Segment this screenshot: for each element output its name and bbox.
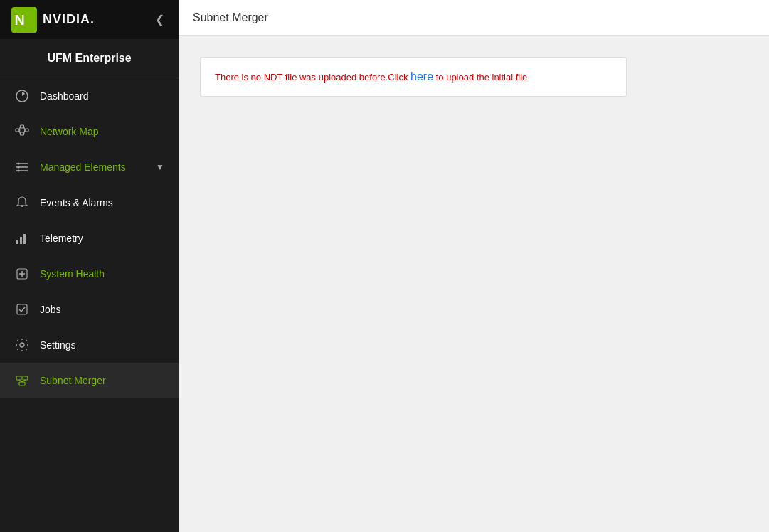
sidebar-item-network-map[interactable]: Network Map (0, 114, 179, 149)
svg-rect-20 (20, 237, 22, 244)
svg-point-26 (20, 343, 24, 347)
nvidia-logo-text: NVIDIA. (43, 12, 95, 27)
upload-link[interactable]: here (410, 70, 433, 83)
sidebar-item-subnet-merger-label: Subnet Merger (40, 375, 164, 386)
topbar: Subnet Merger (179, 0, 769, 36)
dashboard-icon (14, 88, 30, 104)
svg-rect-21 (23, 234, 26, 244)
info-message-suffix: to upload the initial file (433, 72, 527, 83)
sidebar-item-dashboard[interactable]: Dashboard (0, 78, 179, 114)
sidebar-item-settings[interactable]: Settings (0, 327, 179, 363)
svg-point-16 (18, 166, 20, 169)
managed-elements-icon (14, 159, 30, 175)
bell-icon (14, 195, 30, 211)
telemetry-icon (14, 230, 30, 246)
collapse-sidebar-button[interactable]: ❮ (152, 10, 167, 29)
sidebar-item-telemetry[interactable]: Telemetry (0, 220, 179, 256)
info-message-prefix: There is no NDT file was uploaded before… (215, 72, 410, 83)
svg-rect-3 (16, 129, 19, 132)
sidebar-header: N NVIDIA. ❮ (0, 0, 179, 39)
sidebar-item-subnet-merger[interactable]: Subnet Merger (0, 363, 179, 398)
svg-rect-29 (19, 382, 25, 385)
sidebar-item-managed-elements[interactable]: Managed Elements ▼ (0, 149, 179, 185)
sidebar: N NVIDIA. ❮ UFM Enterprise Dashboard (0, 0, 179, 532)
sidebar-item-system-health-label: System Health (40, 268, 164, 280)
content-area: There is no NDT file was uploaded before… (179, 36, 769, 532)
sidebar-item-managed-elements-label: Managed Elements (40, 161, 146, 173)
network-map-icon (14, 124, 30, 139)
svg-rect-4 (21, 125, 24, 128)
svg-rect-5 (21, 132, 24, 135)
svg-line-8 (19, 127, 21, 130)
sidebar-item-settings-label: Settings (40, 339, 164, 351)
svg-rect-6 (25, 129, 28, 132)
sidebar-item-system-health[interactable]: System Health (0, 256, 179, 292)
sidebar-item-dashboard-label: Dashboard (40, 90, 164, 102)
nvidia-logo-icon: N (11, 7, 37, 33)
svg-point-15 (18, 163, 20, 165)
svg-line-9 (19, 130, 21, 134)
svg-rect-19 (16, 240, 18, 244)
jobs-icon (14, 302, 30, 317)
settings-icon (14, 337, 30, 353)
svg-rect-27 (16, 376, 21, 380)
system-health-icon (14, 266, 30, 282)
info-box: There is no NDT file was uploaded before… (200, 57, 627, 97)
svg-point-17 (18, 170, 20, 172)
sidebar-item-network-map-label: Network Map (40, 126, 164, 137)
subnet-merger-icon (14, 373, 30, 388)
sidebar-item-events-alarms[interactable]: Events & Alarms (0, 185, 179, 220)
svg-line-11 (24, 130, 26, 134)
managed-elements-chevron: ▼ (156, 162, 164, 172)
svg-rect-28 (23, 376, 28, 380)
svg-text:N: N (15, 12, 25, 28)
app-title: UFM Enterprise (0, 39, 179, 78)
sidebar-item-events-alarms-label: Events & Alarms (40, 197, 164, 208)
main-content: Subnet Merger There is no NDT file was u… (179, 0, 769, 532)
svg-rect-25 (17, 304, 27, 314)
nvidia-logo: N NVIDIA. (11, 7, 95, 33)
page-title: Subnet Merger (193, 11, 268, 24)
sidebar-item-jobs[interactable]: Jobs (0, 292, 179, 327)
sidebar-item-telemetry-label: Telemetry (40, 233, 164, 244)
sidebar-item-jobs-label: Jobs (40, 304, 164, 315)
svg-line-10 (24, 127, 26, 130)
